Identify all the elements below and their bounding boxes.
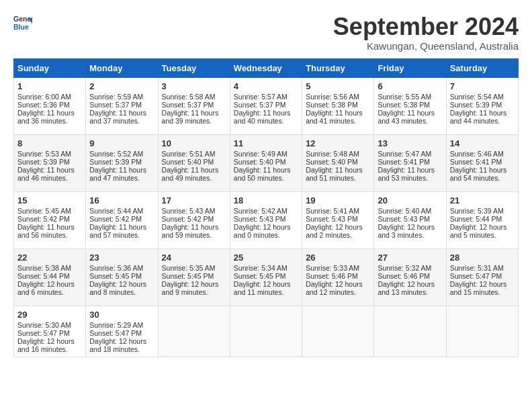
day-info-line: Sunrise: 5:41 AM xyxy=(306,207,370,215)
day-cell xyxy=(230,306,302,357)
column-header-sunday: Sunday xyxy=(14,58,86,77)
day-info-line: Sunset: 5:36 PM xyxy=(17,101,82,109)
day-info-line: Sunrise: 5:42 AM xyxy=(234,207,298,215)
day-info-line: Sunset: 5:42 PM xyxy=(17,215,82,223)
day-number: 27 xyxy=(378,253,442,263)
day-number: 19 xyxy=(306,195,370,205)
day-number: 5 xyxy=(306,81,370,91)
day-info-line: Sunrise: 5:51 AM xyxy=(162,150,226,158)
day-info-line: Sunset: 5:44 PM xyxy=(450,215,515,223)
column-header-friday: Friday xyxy=(374,58,446,77)
day-cell xyxy=(374,306,446,357)
day-info-line: Sunrise: 5:35 AM xyxy=(162,264,226,272)
day-cell: 24Sunrise: 5:35 AMSunset: 5:45 PMDayligh… xyxy=(158,248,230,306)
week-row-3: 15Sunrise: 5:45 AMSunset: 5:42 PMDayligh… xyxy=(14,191,519,248)
day-info-line: Daylight: 12 hours and 9 minutes. xyxy=(162,280,226,296)
day-cell: 8Sunrise: 5:53 AMSunset: 5:39 PMDaylight… xyxy=(14,134,86,191)
day-info-line: Daylight: 11 hours and 49 minutes. xyxy=(162,166,226,182)
day-number: 22 xyxy=(17,253,82,263)
day-info-line: Daylight: 11 hours and 40 minutes. xyxy=(234,109,298,125)
day-cell: 20Sunrise: 5:40 AMSunset: 5:43 PMDayligh… xyxy=(374,191,446,248)
day-cell: 11Sunrise: 5:49 AMSunset: 5:40 PMDayligh… xyxy=(230,134,302,191)
day-cell: 17Sunrise: 5:43 AMSunset: 5:42 PMDayligh… xyxy=(158,191,230,248)
day-info-line: Sunset: 5:38 PM xyxy=(378,101,442,109)
day-info-line: Sunset: 5:44 PM xyxy=(17,272,82,280)
day-cell: 14Sunrise: 5:46 AMSunset: 5:41 PMDayligh… xyxy=(446,134,518,191)
day-info-line: Sunset: 5:42 PM xyxy=(89,215,154,223)
day-number: 14 xyxy=(450,138,515,148)
day-info-line: Sunset: 5:41 PM xyxy=(450,158,515,166)
calendar-table: SundayMondayTuesdayWednesdayThursdayFrid… xyxy=(13,58,519,357)
column-header-saturday: Saturday xyxy=(446,58,518,77)
day-cell xyxy=(446,306,518,357)
day-cell: 23Sunrise: 5:36 AMSunset: 5:45 PMDayligh… xyxy=(86,248,158,306)
location-subtitle: Kawungan, Queensland, Australia xyxy=(333,40,519,52)
day-info-line: Daylight: 12 hours and 11 minutes. xyxy=(234,280,298,296)
day-info-line: Sunset: 5:42 PM xyxy=(162,215,226,223)
day-info-line: Daylight: 11 hours and 53 minutes. xyxy=(378,166,442,182)
day-info-line: Sunrise: 5:48 AM xyxy=(306,150,370,158)
day-info-line: Sunrise: 5:36 AM xyxy=(89,264,154,272)
day-info-line: Sunrise: 5:46 AM xyxy=(450,150,515,158)
day-number: 24 xyxy=(162,253,226,263)
day-info-line: Sunset: 5:43 PM xyxy=(306,215,370,223)
day-info-line: Daylight: 11 hours and 43 minutes. xyxy=(378,109,442,125)
day-info-line: Sunrise: 5:29 AM xyxy=(89,321,154,329)
day-cell: 18Sunrise: 5:42 AMSunset: 5:43 PMDayligh… xyxy=(230,191,302,248)
day-info-line: Sunset: 5:39 PM xyxy=(450,101,515,109)
day-info-line: Sunset: 5:37 PM xyxy=(162,101,226,109)
day-info-line: Daylight: 12 hours and 6 minutes. xyxy=(17,280,82,296)
day-info-line: Daylight: 11 hours and 57 minutes. xyxy=(89,223,154,239)
day-cell: 2Sunrise: 5:59 AMSunset: 5:37 PMDaylight… xyxy=(86,77,158,134)
day-cell: 26Sunrise: 5:33 AMSunset: 5:46 PMDayligh… xyxy=(302,248,374,306)
day-info-line: Daylight: 11 hours and 59 minutes. xyxy=(162,223,226,239)
day-number: 13 xyxy=(378,138,442,148)
day-info-line: Daylight: 12 hours and 15 minutes. xyxy=(450,280,515,296)
day-cell xyxy=(302,306,374,357)
day-info-line: Sunset: 5:45 PM xyxy=(234,272,298,280)
week-row-4: 22Sunrise: 5:38 AMSunset: 5:44 PMDayligh… xyxy=(14,248,519,306)
day-info-line: Sunset: 5:46 PM xyxy=(306,272,370,280)
day-number: 10 xyxy=(162,138,226,148)
day-info-line: Sunset: 5:47 PM xyxy=(17,329,82,337)
day-info-line: Sunrise: 6:00 AM xyxy=(17,93,82,101)
day-info-line: Daylight: 12 hours and 5 minutes. xyxy=(450,223,515,239)
day-cell: 12Sunrise: 5:48 AMSunset: 5:40 PMDayligh… xyxy=(302,134,374,191)
column-header-wednesday: Wednesday xyxy=(230,58,302,77)
header: General Blue September 2024 Kawungan, Qu… xyxy=(13,13,519,52)
column-header-thursday: Thursday xyxy=(302,58,374,77)
day-info-line: Sunset: 5:45 PM xyxy=(89,272,154,280)
day-cell: 7Sunrise: 5:54 AMSunset: 5:39 PMDaylight… xyxy=(446,77,518,134)
day-info-line: Sunset: 5:37 PM xyxy=(234,101,298,109)
day-number: 7 xyxy=(450,81,515,91)
day-info-line: Sunset: 5:45 PM xyxy=(162,272,226,280)
day-info-line: Sunrise: 5:43 AM xyxy=(162,207,226,215)
day-number: 6 xyxy=(378,81,442,91)
day-info-line: Sunrise: 5:49 AM xyxy=(234,150,298,158)
day-info-line: Sunset: 5:39 PM xyxy=(89,158,154,166)
day-number: 16 xyxy=(89,195,154,205)
week-row-2: 8Sunrise: 5:53 AMSunset: 5:39 PMDaylight… xyxy=(14,134,519,191)
title-area: September 2024 Kawungan, Queensland, Aus… xyxy=(333,13,519,52)
day-info-line: Sunrise: 5:58 AM xyxy=(162,93,226,101)
day-cell: 4Sunrise: 5:57 AMSunset: 5:37 PMDaylight… xyxy=(230,77,302,134)
day-info-line: Daylight: 12 hours and 3 minutes. xyxy=(378,223,442,239)
day-info-line: Sunrise: 5:38 AM xyxy=(17,264,82,272)
day-info-line: Daylight: 11 hours and 36 minutes. xyxy=(17,109,82,125)
day-info-line: Daylight: 11 hours and 54 minutes. xyxy=(450,166,515,182)
day-number: 23 xyxy=(89,253,154,263)
day-info-line: Sunset: 5:39 PM xyxy=(17,158,82,166)
day-info-line: Daylight: 11 hours and 50 minutes. xyxy=(234,166,298,182)
day-number: 25 xyxy=(234,253,298,263)
day-info-line: Sunset: 5:41 PM xyxy=(378,158,442,166)
day-number: 18 xyxy=(234,195,298,205)
day-info-line: Sunrise: 5:45 AM xyxy=(17,207,82,215)
day-number: 15 xyxy=(17,195,82,205)
day-info-line: Sunrise: 5:34 AM xyxy=(234,264,298,272)
day-cell: 22Sunrise: 5:38 AMSunset: 5:44 PMDayligh… xyxy=(14,248,86,306)
day-cell: 13Sunrise: 5:47 AMSunset: 5:41 PMDayligh… xyxy=(374,134,446,191)
day-info-line: Sunset: 5:40 PM xyxy=(234,158,298,166)
day-info-line: Daylight: 12 hours and 8 minutes. xyxy=(89,280,154,296)
day-info-line: Sunrise: 5:59 AM xyxy=(89,93,154,101)
day-cell: 19Sunrise: 5:41 AMSunset: 5:43 PMDayligh… xyxy=(302,191,374,248)
